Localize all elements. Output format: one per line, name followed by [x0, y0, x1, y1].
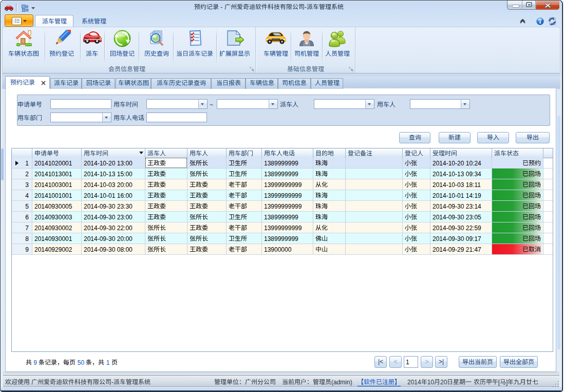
svg-text:i: i: [539, 18, 541, 25]
